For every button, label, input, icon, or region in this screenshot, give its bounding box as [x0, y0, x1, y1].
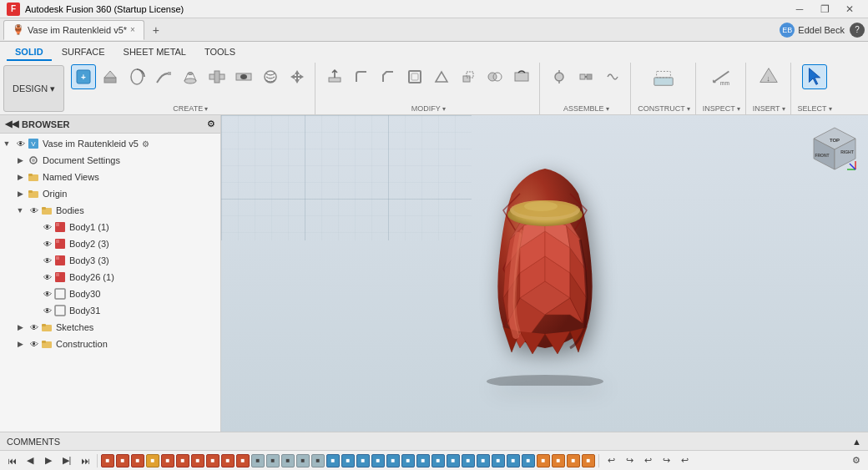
tree-item-root[interactable]: ▼ 👁 V Vase im Rautenkleid v5 ⚙	[0, 135, 220, 152]
construct-arrow[interactable]: ▾	[687, 105, 690, 113]
scale-icon[interactable]	[456, 64, 481, 89]
eye-icon[interactable]: 👁	[28, 205, 40, 216]
sweep-icon[interactable]	[151, 64, 176, 89]
tab-solid[interactable]: SOLID	[7, 44, 52, 61]
timeline-item-7[interactable]: ■	[191, 454, 204, 467]
measure-icon[interactable]: mm	[709, 64, 734, 89]
timeline-item-1[interactable]: ■	[101, 454, 114, 467]
timeline-item-15[interactable]: ■	[311, 454, 325, 467]
tree-item-body26[interactable]: 👁 Body26 (1)	[0, 269, 220, 286]
press-pull-icon[interactable]	[322, 64, 347, 89]
play-prev-icon[interactable]: ◀	[22, 452, 38, 469]
timeline-item-6[interactable]: ■	[176, 454, 189, 467]
timeline-item-33[interactable]: ■	[582, 454, 595, 467]
timeline-item-5[interactable]: ■	[161, 454, 174, 467]
assemble-arrow[interactable]: ▾	[606, 105, 609, 113]
timeline-item-2[interactable]: ■	[116, 454, 129, 467]
timeline-item-11[interactable]: ■	[251, 454, 265, 467]
extrude-icon[interactable]	[98, 64, 123, 89]
play-next-icon[interactable]: ▶|	[58, 452, 75, 469]
loft-icon[interactable]	[178, 64, 203, 89]
joint-icon[interactable]	[547, 64, 572, 89]
timeline-item-19[interactable]: ■	[371, 454, 385, 467]
timeline-item-10[interactable]: ■	[236, 454, 250, 467]
select-icon[interactable]	[802, 64, 827, 89]
hole-icon[interactable]	[231, 64, 256, 89]
timeline-item-17[interactable]: ■	[341, 454, 355, 467]
document-tab[interactable]: 🏺 Vase im Rautenkleid v5* ×	[3, 20, 144, 40]
timeline-item-18[interactable]: ■	[356, 454, 370, 467]
move-icon[interactable]	[285, 64, 310, 89]
tree-item-construction[interactable]: ▶ 👁 Construction	[0, 336, 220, 352]
play-icon[interactable]: ▶	[40, 452, 57, 469]
timeline-item-4[interactable]: ■	[146, 454, 159, 467]
offset-plane-icon[interactable]	[651, 64, 676, 89]
tree-item-body30[interactable]: 👁 Body30	[0, 286, 220, 302]
insert-mesh-icon[interactable]: ↓	[756, 64, 781, 89]
tree-item-bodies[interactable]: ▼ 👁 Bodies	[0, 202, 220, 219]
modify-arrow[interactable]: ▾	[442, 105, 446, 113]
root-settings[interactable]: ⚙	[142, 139, 149, 149]
redo-icon[interactable]: ↪	[621, 452, 638, 469]
inspect-arrow[interactable]: ▾	[737, 105, 740, 113]
eye-icon[interactable]: 👁	[28, 321, 40, 333]
timeline-item-20[interactable]: ■	[386, 454, 400, 467]
restore-button[interactable]: ❐	[813, 2, 836, 17]
timeline-item-23[interactable]: ■	[431, 454, 445, 467]
undo2-icon[interactable]: ↩	[639, 452, 656, 469]
combine-icon[interactable]	[482, 64, 507, 89]
timeline-item-28[interactable]: ■	[507, 454, 520, 467]
tab-surface[interactable]: SURFACE	[53, 44, 114, 61]
timeline-item-9[interactable]: ■	[221, 454, 235, 467]
undo3-icon[interactable]: ↩	[676, 452, 693, 469]
play-end-icon[interactable]: ⏭	[77, 452, 93, 469]
revolve-icon[interactable]	[124, 64, 149, 89]
eye-icon[interactable]: 👁	[42, 238, 53, 250]
view-cube[interactable]: TOP FRONT RIGHT	[810, 124, 860, 174]
timeline-item-24[interactable]: ■	[447, 454, 460, 467]
rib-icon[interactable]	[204, 64, 230, 89]
insert-arrow[interactable]: ▾	[782, 105, 785, 113]
tree-item-body1[interactable]: 👁 Body1 (1)	[0, 219, 220, 235]
comments-expand-icon[interactable]: ▲	[852, 437, 861, 447]
eye-icon[interactable]: 👁	[42, 271, 53, 283]
timeline-item-22[interactable]: ■	[416, 454, 430, 467]
timeline-item-8[interactable]: ■	[206, 454, 220, 467]
tree-item-doc-settings[interactable]: ▶ Document Settings	[0, 152, 220, 169]
tab-tools[interactable]: TOOLS	[196, 44, 244, 61]
help-button[interactable]: ?	[850, 23, 865, 38]
redo2-icon[interactable]: ↪	[658, 452, 674, 469]
timeline-item-25[interactable]: ■	[462, 454, 475, 467]
create-arrow[interactable]: ▾	[204, 105, 208, 113]
browser-settings-icon[interactable]: ⚙	[207, 119, 215, 129]
timeline-item-13[interactable]: ■	[281, 454, 295, 467]
timeline-item-14[interactable]: ■	[296, 454, 310, 467]
close-button[interactable]: ✕	[838, 2, 861, 17]
undo-icon[interactable]: ↩	[603, 452, 619, 469]
play-start-icon[interactable]: ⏮	[3, 452, 20, 469]
eye-icon[interactable]: 👁	[42, 255, 53, 266]
timeline-item-29[interactable]: ■	[522, 454, 535, 467]
chamfer-icon[interactable]	[376, 64, 401, 89]
eye-icon[interactable]: 👁	[15, 138, 27, 149]
eye-icon[interactable]: 👁	[28, 338, 40, 350]
select-arrow[interactable]: ▾	[829, 105, 832, 113]
timeline-item-21[interactable]: ■	[401, 454, 415, 467]
timeline-item-26[interactable]: ■	[477, 454, 490, 467]
tab-close-button[interactable]: ×	[130, 25, 135, 34]
motion-link-icon[interactable]	[600, 64, 625, 89]
new-component-icon[interactable]: +	[71, 64, 96, 89]
tree-item-body2[interactable]: 👁 Body2 (3)	[0, 235, 220, 252]
timeline-item-32[interactable]: ■	[567, 454, 580, 467]
collapse-icon[interactable]: ◀◀	[5, 119, 18, 129]
fillet-icon[interactable]	[349, 64, 374, 89]
timeline-item-3[interactable]: ■	[131, 454, 144, 467]
timeline-item-27[interactable]: ■	[492, 454, 505, 467]
replace-face-icon[interactable]	[509, 64, 534, 89]
settings-bottom-icon[interactable]: ⚙	[848, 452, 865, 469]
design-dropdown[interactable]: DESIGN ▾	[3, 65, 64, 112]
minimize-button[interactable]: ─	[788, 2, 811, 17]
tab-sheet-metal[interactable]: SHEET METAL	[115, 44, 194, 61]
thread-icon[interactable]	[258, 64, 283, 89]
new-tab-button[interactable]: +	[148, 22, 164, 38]
